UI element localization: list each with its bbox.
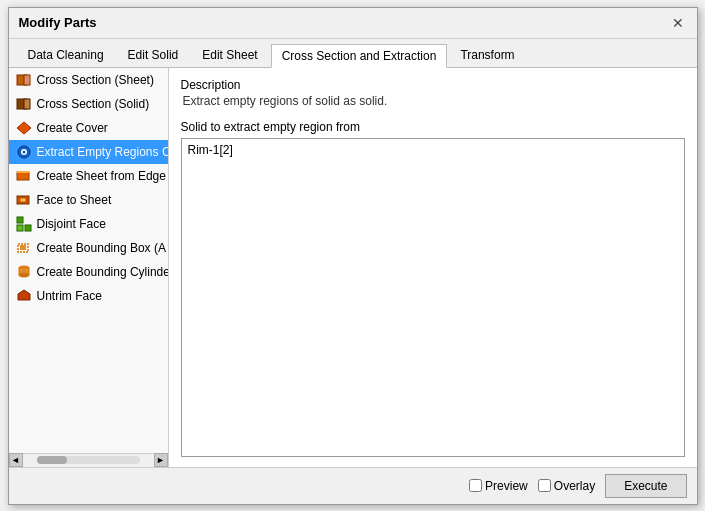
svg-point-19: [19, 273, 29, 277]
list-item-label: Create Bounding Cylinde: [37, 265, 168, 279]
extract-box[interactable]: Rim-1[2]: [181, 138, 685, 457]
overlay-checkbox[interactable]: [538, 479, 551, 492]
svg-rect-1: [24, 75, 30, 85]
title-bar: Modify Parts ✕: [9, 8, 697, 39]
disjoint-face-icon: [15, 215, 33, 233]
svg-rect-13: [25, 225, 31, 231]
create-sheet-from-edge-icon: [15, 167, 33, 185]
list-item-label: Create Cover: [37, 121, 108, 135]
list-item-cross-section-sheet[interactable]: Cross Section (Sheet): [9, 68, 168, 92]
overlay-label: Overlay: [554, 479, 595, 493]
preview-label: Preview: [485, 479, 528, 493]
description-label: Description: [181, 78, 685, 92]
close-button[interactable]: ✕: [669, 14, 687, 32]
svg-point-7: [22, 150, 25, 153]
svg-marker-4: [17, 122, 31, 134]
tab-edit-solid[interactable]: Edit Solid: [117, 43, 190, 67]
tab-edit-sheet[interactable]: Edit Sheet: [191, 43, 268, 67]
modify-parts-dialog: Modify Parts ✕ Data Cleaning Edit Solid …: [8, 7, 698, 505]
face-to-sheet-icon: [15, 191, 33, 209]
tab-cross-section[interactable]: Cross Section and Extraction: [271, 44, 448, 68]
list-item-face-to-sheet[interactable]: Face to Sheet: [9, 188, 168, 212]
list-item-label: Untrim Face: [37, 289, 102, 303]
list-item-label: Disjoint Face: [37, 217, 106, 231]
tool-list: Cross Section (Sheet) Cross Section (Sol…: [9, 68, 168, 453]
svg-marker-20: [18, 290, 30, 300]
dialog-footer: Preview Overlay Execute: [9, 467, 697, 504]
tab-transform[interactable]: Transform: [449, 43, 525, 67]
create-cover-icon: [15, 119, 33, 137]
create-bounding-cylinder-icon: [15, 263, 33, 281]
svg-rect-3: [24, 99, 30, 109]
create-bounding-box-icon: [15, 239, 33, 257]
list-item-label: Cross Section (Sheet): [37, 73, 154, 87]
list-item-disjoint-face[interactable]: Disjoint Face: [9, 212, 168, 236]
extract-empty-regions-icon: [15, 143, 33, 161]
list-item-cross-section-solid[interactable]: Cross Section (Solid): [9, 92, 168, 116]
list-item-label: Cross Section (Solid): [37, 97, 150, 111]
svg-rect-11: [20, 198, 26, 202]
extract-box-value: Rim-1[2]: [188, 143, 233, 157]
svg-rect-8: [17, 172, 29, 180]
scroll-right-btn[interactable]: ►: [154, 453, 168, 467]
list-item-create-bounding-cylinder[interactable]: Create Bounding Cylinde: [9, 260, 168, 284]
preview-checkbox[interactable]: [469, 479, 482, 492]
list-item-create-cover[interactable]: Create Cover: [9, 116, 168, 140]
extract-section-label: Solid to extract empty region from: [181, 120, 685, 134]
svg-rect-16: [20, 245, 26, 250]
list-item-label: Face to Sheet: [37, 193, 112, 207]
description-text: Extract empty regions of solid as solid.: [183, 94, 685, 108]
list-item-label: Create Bounding Box (A: [37, 241, 166, 255]
preview-checkbox-label[interactable]: Preview: [469, 479, 528, 493]
right-panel: Description Extract empty regions of sol…: [169, 68, 697, 467]
svg-rect-12: [17, 217, 23, 223]
dialog-body: Cross Section (Sheet) Cross Section (Sol…: [9, 68, 697, 467]
cross-section-solid-icon: [15, 95, 33, 113]
list-item-create-bounding-box[interactable]: Create Bounding Box (A: [9, 236, 168, 260]
list-item-untrim-face[interactable]: Untrim Face: [9, 284, 168, 308]
cross-section-sheet-icon: [15, 71, 33, 89]
untrim-face-icon: [15, 287, 33, 305]
list-item-create-sheet-from-edge[interactable]: Create Sheet from Edge: [9, 164, 168, 188]
tab-data-cleaning[interactable]: Data Cleaning: [17, 43, 115, 67]
description-section: Description Extract empty regions of sol…: [181, 78, 685, 108]
list-item-extract-empty-regions[interactable]: Extract Empty Regions C: [9, 140, 168, 164]
dialog-title: Modify Parts: [19, 15, 97, 30]
execute-button[interactable]: Execute: [605, 474, 686, 498]
scroll-thumb[interactable]: [37, 456, 67, 464]
overlay-checkbox-label[interactable]: Overlay: [538, 479, 595, 493]
scroll-track: [37, 456, 140, 464]
svg-rect-14: [17, 225, 23, 231]
list-item-label: Create Sheet from Edge: [37, 169, 166, 183]
left-panel: Cross Section (Sheet) Cross Section (Sol…: [9, 68, 169, 467]
list-item-label: Extract Empty Regions C: [37, 145, 168, 159]
list-scrollbar[interactable]: ◄ ►: [9, 453, 168, 467]
scroll-left-btn[interactable]: ◄: [9, 453, 23, 467]
extract-section: Solid to extract empty region from Rim-1…: [181, 120, 685, 457]
tab-bar: Data Cleaning Edit Solid Edit Sheet Cros…: [9, 39, 697, 68]
